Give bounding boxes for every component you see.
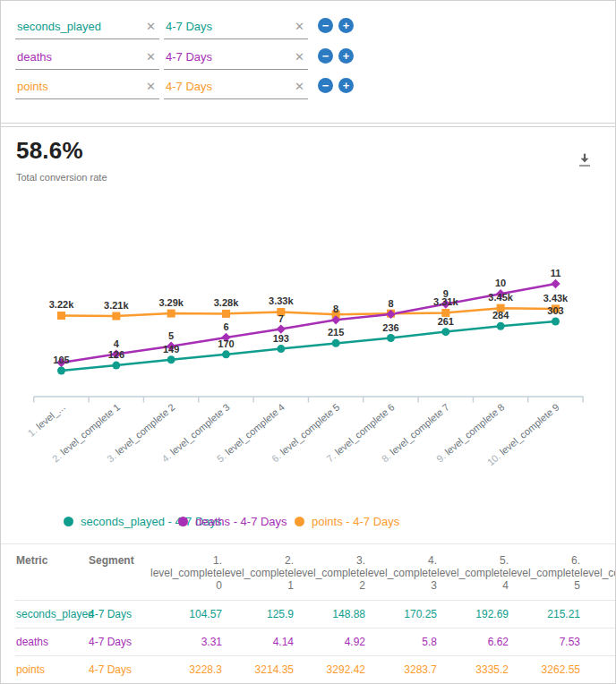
metrics-table-wrap: MetricSegment1.level_complete02.level_co… [1, 543, 615, 683]
add-row-button[interactable]: + [338, 48, 354, 64]
data-point-label: 11 [551, 268, 561, 278]
segment-field-value: 4-7 Days [166, 80, 212, 93]
data-point-marker [112, 362, 120, 370]
row-segment: 4-7 Days [88, 628, 150, 655]
data-point-label: 3.29k [158, 297, 184, 308]
row-value: 104.57 [150, 600, 222, 628]
column-header-step: 2.level_complete1 [222, 544, 294, 600]
row-value: 3283.7 [365, 655, 437, 683]
data-point-label: 3.33k [269, 295, 294, 306]
metric-field-value: seconds_played [17, 20, 101, 33]
metric-field-value: deaths [17, 50, 52, 64]
download-button[interactable] [574, 150, 595, 172]
data-point-marker [222, 350, 230, 358]
remove-row-button[interactable]: − [318, 78, 333, 93]
segment-field[interactable]: 4-7 Days ✕ [164, 73, 308, 99]
data-point-marker [112, 312, 120, 321]
add-row-button[interactable]: + [338, 18, 354, 33]
data-point-label: 149 [163, 344, 179, 355]
x-axis-label: 1. level_... [26, 401, 67, 438]
row-value: 3214.35 [222, 655, 294, 683]
data-point-marker [167, 310, 175, 318]
chart-legend: seconds_played - 4-7 Days deaths - 4-7 D… [1, 515, 615, 533]
segment-field[interactable]: 4-7 Days ✕ [164, 44, 308, 70]
data-point-label: 236 [382, 322, 398, 333]
row-metric: points [15, 655, 88, 683]
segment-field-value: 4-7 Days [166, 50, 212, 64]
data-point-marker [441, 328, 449, 336]
data-point-marker [57, 367, 65, 375]
clear-metric-icon[interactable]: ✕ [146, 51, 156, 63]
row-value: 3335.2 [437, 655, 509, 683]
data-point-marker [551, 279, 560, 288]
metric-field-value: points [17, 80, 48, 93]
row-metric: deaths [15, 628, 88, 655]
row-value: 4.92 [294, 628, 365, 655]
clear-segment-icon[interactable]: ✕ [295, 51, 304, 63]
table-row: seconds_played4-7 Days104.57125.9148.881… [15, 600, 615, 628]
data-point-label: 3.28k [214, 297, 239, 308]
clear-segment-icon[interactable]: ✕ [295, 81, 304, 92]
data-point-label: 261 [438, 316, 454, 327]
row-metric: seconds_played [15, 600, 88, 628]
data-point-label: 170 [218, 338, 234, 349]
data-point-label: 284 [492, 310, 509, 321]
row-value: 3262.55 [509, 655, 580, 683]
column-header-segment: Segment [88, 544, 150, 600]
data-point-label: 6 [223, 321, 228, 332]
clear-metric-icon[interactable]: ✕ [146, 81, 156, 92]
legend-label: deaths - 4-7 Days [195, 515, 287, 528]
series-line [62, 284, 556, 363]
add-row-button[interactable]: + [338, 78, 354, 93]
data-point-label: 7 [278, 313, 284, 324]
row-value: 3228.3 [150, 655, 222, 683]
metric-field[interactable]: seconds_played ✕ [15, 13, 159, 39]
data-point-marker [387, 334, 395, 342]
series-line [62, 308, 556, 316]
data-point-label: 4 [114, 338, 120, 349]
column-header-step: 1.level_complete0 [150, 544, 222, 600]
data-point-label: 3.31k [433, 296, 458, 307]
row-value: 215.21 [509, 600, 580, 628]
data-point-marker [167, 355, 175, 363]
row-segment: 4-7 Days [88, 600, 150, 628]
column-header-step: 5.level_complete4 [437, 544, 509, 600]
data-point-label: 8 [388, 298, 393, 309]
column-header-metric: Metric [15, 544, 88, 600]
data-point-marker [332, 339, 340, 347]
segment-field[interactable]: 4-7 Days ✕ [164, 13, 308, 39]
metric-selectors-card: seconds_played ✕ 4-7 Days ✕ − + deaths ✕… [1, 1, 615, 124]
clear-segment-icon[interactable]: ✕ [295, 21, 304, 32]
column-header-step: 3.level_complete2 [294, 544, 365, 600]
data-point-label: 3.21k [104, 300, 129, 311]
row-value: 5.8 [365, 628, 437, 655]
legend-dot [178, 517, 188, 526]
conversion-rate-value: 58.6% [16, 137, 83, 165]
data-point-marker [277, 345, 285, 353]
data-point-label: 193 [273, 333, 289, 344]
data-point-label: 303 [547, 305, 563, 316]
metric-field[interactable]: points ✕ [15, 73, 159, 99]
data-point-label: 3.43k [543, 293, 569, 304]
data-point-marker [57, 312, 65, 320]
row-value [580, 600, 615, 628]
remove-row-button[interactable]: − [318, 48, 333, 64]
data-point-marker [497, 322, 505, 330]
conversion-rate-label: Total conversion rate [16, 172, 107, 183]
column-header-step: 4.level_complete3 [365, 544, 437, 600]
remove-row-button[interactable]: − [318, 18, 333, 33]
metric-field[interactable]: deaths ✕ [15, 44, 159, 70]
row-value: 4.14 [222, 628, 294, 655]
row-value: 3.31 [150, 628, 222, 655]
clear-metric-icon[interactable]: ✕ [146, 21, 156, 32]
legend-item-deaths: deaths - 4-7 Days [178, 515, 287, 528]
funnel-analysis-page: seconds_played ✕ 4-7 Days ✕ − + deaths ✕… [0, 0, 616, 684]
download-icon [575, 150, 595, 170]
legend-label: points - 4-7 Days [312, 515, 399, 528]
funnel-report-card: 58.6% Total conversion rate 1. level_...… [1, 126, 615, 683]
data-point-label: 10 [495, 278, 506, 288]
row-value [580, 655, 615, 683]
row-value: 3292.42 [294, 655, 365, 683]
data-point-label: 3.45k [488, 292, 513, 303]
column-header-step: 6.level_complete5 [509, 544, 580, 600]
